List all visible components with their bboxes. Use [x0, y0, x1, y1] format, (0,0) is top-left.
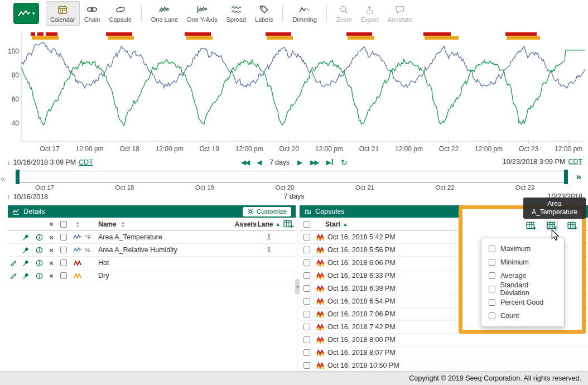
remove-all-column-header[interactable]: × — [46, 220, 57, 228]
stat-checkbox-average[interactable] — [489, 272, 495, 279]
customize-button[interactable]: Customize — [243, 207, 291, 216]
timebar-right-handle[interactable] — [564, 170, 568, 184]
remove-item-icon[interactable]: × — [46, 259, 57, 267]
dry-capsule-bar[interactable] — [507, 36, 540, 40]
stat-checkbox-standard-deviation[interactable] — [489, 286, 495, 292]
item-checkbox[interactable] — [60, 247, 67, 253]
hot-capsule-bar[interactable] — [266, 32, 291, 36]
add-column-icon[interactable] — [525, 220, 537, 231]
details-row-area-a-temperature[interactable]: ×°FArea A_Temperature1 — [8, 231, 296, 244]
pin-icon[interactable] — [19, 247, 32, 254]
labels-button[interactable]: Labels — [250, 1, 277, 26]
calendar-button[interactable]: Calendar — [46, 1, 80, 26]
remove-item-icon[interactable]: × — [46, 246, 57, 254]
dry-capsule-bar[interactable] — [32, 36, 59, 40]
pin-icon[interactable] — [19, 272, 32, 280]
timebar-left-handle[interactable] — [16, 170, 20, 184]
capsule-checkbox[interactable] — [303, 336, 310, 343]
select-all-checkbox[interactable] — [60, 221, 67, 228]
details-row-hot[interactable]: ×Hot — [8, 257, 296, 270]
dry-capsule-bar[interactable] — [186, 36, 213, 40]
pencil-icon[interactable] — [8, 259, 19, 267]
hot-capsule-bar[interactable] — [346, 32, 372, 36]
dry-capsule-bar[interactable] — [348, 36, 374, 40]
stats-menu-item-minimum[interactable]: Minimum — [481, 256, 564, 269]
lane-column-header[interactable]: Lane▲ — [257, 220, 281, 228]
series-area-a-temperature[interactable] — [21, 43, 585, 88]
info-icon[interactable] — [32, 272, 46, 280]
dry-capsule-bar[interactable] — [267, 36, 293, 40]
capsule-row[interactable]: Oct 16, 2018 8:07 PM — [300, 346, 588, 359]
hot-capsule-bar[interactable] — [185, 32, 211, 36]
step-forward-full-button[interactable]: ▶▶ — [310, 158, 318, 166]
hot-capsule-bar[interactable] — [37, 32, 44, 36]
stats-menu-item-percent-good[interactable]: Percent Good — [481, 296, 564, 309]
investigate-arrow-icon[interactable]: ↑ — [7, 192, 11, 201]
dry-capsule-bar[interactable] — [108, 36, 134, 40]
pin-icon[interactable] — [19, 234, 32, 241]
stat-checkbox-percent-good[interactable] — [489, 299, 495, 306]
info-icon[interactable] — [32, 234, 46, 241]
stats-menu-item-average[interactable]: Average — [481, 269, 564, 282]
capsule-row[interactable]: Oct 16, 2018 8:00 PM — [300, 334, 588, 346]
remove-item-icon[interactable]: × — [46, 272, 57, 280]
sort-icon[interactable]: ▲▼ — [76, 221, 80, 228]
refresh-button[interactable]: ↻ — [341, 158, 348, 167]
info-icon[interactable] — [32, 247, 46, 254]
info-icon[interactable] — [32, 259, 46, 267]
timebar-expand-icon[interactable]: » — [576, 171, 581, 183]
remove-item-icon[interactable]: × — [46, 233, 57, 242]
stats-menu-item-standard-deviation[interactable]: Standard Deviation — [481, 282, 564, 296]
panel-splitter-handle[interactable]: ◂ — [295, 279, 300, 294]
stat-checkbox-count[interactable] — [489, 312, 495, 319]
display-range-duration[interactable]: 7 days — [269, 158, 289, 166]
hot-capsule-bar[interactable] — [106, 32, 132, 36]
timezone-link[interactable]: CDT — [79, 158, 93, 166]
statistics-column-icon[interactable] — [546, 220, 558, 231]
step-back-half-button[interactable]: ◀ — [257, 158, 262, 166]
details-row-area-a-relative-humidity[interactable]: ×%Area A_Relative Humidity1 — [8, 244, 296, 257]
dimming-button[interactable]: Dimming — [288, 1, 321, 26]
capsule-row[interactable]: Oct 16, 2018 10:50 PM — [300, 359, 588, 371]
capsule-checkbox[interactable] — [303, 362, 310, 369]
one-lane-button[interactable]: One Lane — [147, 1, 182, 26]
step-to-now-button[interactable]: ▶ — [326, 158, 332, 166]
stats-menu-item-maximum[interactable]: Maximum — [481, 242, 564, 256]
capsule-checkbox[interactable] — [303, 272, 310, 279]
capsule-checkbox[interactable] — [303, 324, 310, 330]
more-columns-icon[interactable] — [566, 220, 579, 231]
timezone-link-end[interactable]: CDT — [568, 158, 582, 166]
range-start-arrow-icon[interactable]: ↓ — [7, 158, 11, 166]
capsule-checkbox[interactable] — [303, 311, 310, 317]
display-range-timebar[interactable] — [17, 171, 567, 183]
pin-icon[interactable] — [19, 259, 32, 267]
capsule-checkbox[interactable] — [303, 259, 310, 266]
capsule-checkbox[interactable] — [303, 247, 310, 253]
hot-capsule-bar[interactable] — [31, 32, 35, 36]
stats-menu-item-count[interactable]: Count — [481, 309, 564, 323]
item-checkbox[interactable] — [60, 259, 67, 266]
step-forward-half-button[interactable]: ▶ — [297, 158, 302, 166]
capsule-checkbox[interactable] — [303, 349, 310, 356]
trend-chart-area[interactable]: 100806040 Oct 1712:00 pmOct 1812:00 pmOc… — [0, 27, 588, 157]
step-back-full-button[interactable]: ◀◀ — [241, 158, 249, 166]
one-y-axis-button[interactable]: One Y-Axis — [182, 1, 221, 26]
assets-column-header[interactable]: Assets — [228, 220, 257, 228]
details-row-dry[interactable]: ×Dry — [8, 270, 296, 282]
sort-icon[interactable]: ▲▼ — [121, 221, 125, 228]
hot-capsule-bar[interactable] — [46, 32, 57, 36]
view-selector-button[interactable]: ▾ — [13, 3, 39, 24]
stat-checkbox-maximum[interactable] — [489, 246, 495, 252]
pencil-icon[interactable] — [8, 272, 19, 280]
item-checkbox[interactable] — [60, 272, 67, 279]
stat-checkbox-minimum[interactable] — [489, 259, 495, 266]
chain-button[interactable]: Chain — [80, 1, 105, 26]
dry-capsule-bar[interactable] — [425, 36, 459, 40]
item-checkbox[interactable] — [60, 234, 67, 240]
spread-button[interactable]: Spread — [222, 1, 250, 26]
capsules-select-all-checkbox[interactable] — [303, 221, 310, 228]
capsule-checkbox[interactable] — [303, 285, 310, 292]
capsule-checkbox[interactable] — [303, 298, 310, 305]
hot-capsule-bar[interactable] — [505, 32, 537, 36]
hot-capsule-bar[interactable] — [423, 32, 451, 36]
